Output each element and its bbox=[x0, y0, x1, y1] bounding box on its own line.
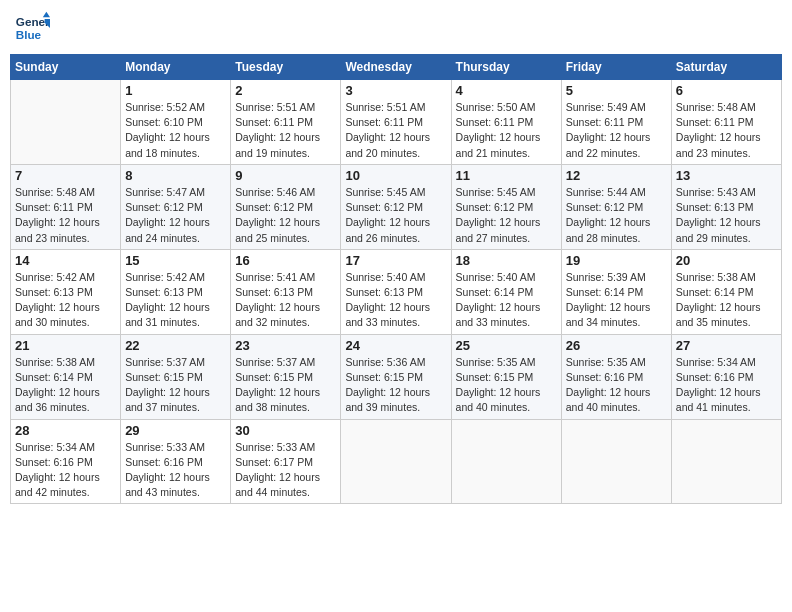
day-header-sunday: Sunday bbox=[11, 55, 121, 80]
day-info: Sunrise: 5:44 AM Sunset: 6:12 PM Dayligh… bbox=[566, 185, 667, 246]
logo-icon: General Blue bbox=[14, 10, 50, 46]
calendar-week-2: 7Sunrise: 5:48 AM Sunset: 6:11 PM Daylig… bbox=[11, 164, 782, 249]
day-number: 15 bbox=[125, 253, 226, 268]
calendar-cell: 20Sunrise: 5:38 AM Sunset: 6:14 PM Dayli… bbox=[671, 249, 781, 334]
calendar-cell: 4Sunrise: 5:50 AM Sunset: 6:11 PM Daylig… bbox=[451, 80, 561, 165]
calendar-cell: 26Sunrise: 5:35 AM Sunset: 6:16 PM Dayli… bbox=[561, 334, 671, 419]
day-info: Sunrise: 5:35 AM Sunset: 6:15 PM Dayligh… bbox=[456, 355, 557, 416]
day-info: Sunrise: 5:51 AM Sunset: 6:11 PM Dayligh… bbox=[345, 100, 446, 161]
calendar-cell: 11Sunrise: 5:45 AM Sunset: 6:12 PM Dayli… bbox=[451, 164, 561, 249]
calendar-cell: 6Sunrise: 5:48 AM Sunset: 6:11 PM Daylig… bbox=[671, 80, 781, 165]
day-info: Sunrise: 5:34 AM Sunset: 6:16 PM Dayligh… bbox=[15, 440, 116, 501]
calendar-cell: 21Sunrise: 5:38 AM Sunset: 6:14 PM Dayli… bbox=[11, 334, 121, 419]
day-header-friday: Friday bbox=[561, 55, 671, 80]
calendar-cell: 7Sunrise: 5:48 AM Sunset: 6:11 PM Daylig… bbox=[11, 164, 121, 249]
calendar-week-3: 14Sunrise: 5:42 AM Sunset: 6:13 PM Dayli… bbox=[11, 249, 782, 334]
day-info: Sunrise: 5:42 AM Sunset: 6:13 PM Dayligh… bbox=[15, 270, 116, 331]
calendar-table: SundayMondayTuesdayWednesdayThursdayFrid… bbox=[10, 54, 782, 504]
calendar-cell bbox=[561, 419, 671, 504]
day-number: 23 bbox=[235, 338, 336, 353]
day-number: 24 bbox=[345, 338, 446, 353]
calendar-cell: 9Sunrise: 5:46 AM Sunset: 6:12 PM Daylig… bbox=[231, 164, 341, 249]
day-info: Sunrise: 5:33 AM Sunset: 6:17 PM Dayligh… bbox=[235, 440, 336, 501]
day-info: Sunrise: 5:40 AM Sunset: 6:14 PM Dayligh… bbox=[456, 270, 557, 331]
day-number: 5 bbox=[566, 83, 667, 98]
day-info: Sunrise: 5:33 AM Sunset: 6:16 PM Dayligh… bbox=[125, 440, 226, 501]
day-info: Sunrise: 5:38 AM Sunset: 6:14 PM Dayligh… bbox=[676, 270, 777, 331]
calendar-cell: 18Sunrise: 5:40 AM Sunset: 6:14 PM Dayli… bbox=[451, 249, 561, 334]
calendar-cell: 8Sunrise: 5:47 AM Sunset: 6:12 PM Daylig… bbox=[121, 164, 231, 249]
day-number: 22 bbox=[125, 338, 226, 353]
day-info: Sunrise: 5:34 AM Sunset: 6:16 PM Dayligh… bbox=[676, 355, 777, 416]
logo: General Blue bbox=[14, 10, 50, 46]
calendar-cell: 1Sunrise: 5:52 AM Sunset: 6:10 PM Daylig… bbox=[121, 80, 231, 165]
calendar-cell: 2Sunrise: 5:51 AM Sunset: 6:11 PM Daylig… bbox=[231, 80, 341, 165]
calendar-cell: 25Sunrise: 5:35 AM Sunset: 6:15 PM Dayli… bbox=[451, 334, 561, 419]
day-number: 20 bbox=[676, 253, 777, 268]
day-info: Sunrise: 5:45 AM Sunset: 6:12 PM Dayligh… bbox=[456, 185, 557, 246]
page-header: General Blue bbox=[10, 10, 782, 46]
calendar-cell: 15Sunrise: 5:42 AM Sunset: 6:13 PM Dayli… bbox=[121, 249, 231, 334]
calendar-cell: 17Sunrise: 5:40 AM Sunset: 6:13 PM Dayli… bbox=[341, 249, 451, 334]
day-info: Sunrise: 5:40 AM Sunset: 6:13 PM Dayligh… bbox=[345, 270, 446, 331]
day-number: 25 bbox=[456, 338, 557, 353]
calendar-week-1: 1Sunrise: 5:52 AM Sunset: 6:10 PM Daylig… bbox=[11, 80, 782, 165]
day-number: 8 bbox=[125, 168, 226, 183]
calendar-cell: 22Sunrise: 5:37 AM Sunset: 6:15 PM Dayli… bbox=[121, 334, 231, 419]
day-info: Sunrise: 5:37 AM Sunset: 6:15 PM Dayligh… bbox=[235, 355, 336, 416]
day-number: 17 bbox=[345, 253, 446, 268]
day-number: 18 bbox=[456, 253, 557, 268]
day-info: Sunrise: 5:36 AM Sunset: 6:15 PM Dayligh… bbox=[345, 355, 446, 416]
day-info: Sunrise: 5:47 AM Sunset: 6:12 PM Dayligh… bbox=[125, 185, 226, 246]
calendar-cell: 24Sunrise: 5:36 AM Sunset: 6:15 PM Dayli… bbox=[341, 334, 451, 419]
calendar-cell: 12Sunrise: 5:44 AM Sunset: 6:12 PM Dayli… bbox=[561, 164, 671, 249]
day-info: Sunrise: 5:45 AM Sunset: 6:12 PM Dayligh… bbox=[345, 185, 446, 246]
day-info: Sunrise: 5:48 AM Sunset: 6:11 PM Dayligh… bbox=[15, 185, 116, 246]
calendar-cell: 5Sunrise: 5:49 AM Sunset: 6:11 PM Daylig… bbox=[561, 80, 671, 165]
day-number: 13 bbox=[676, 168, 777, 183]
calendar-cell bbox=[341, 419, 451, 504]
calendar-week-5: 28Sunrise: 5:34 AM Sunset: 6:16 PM Dayli… bbox=[11, 419, 782, 504]
day-header-saturday: Saturday bbox=[671, 55, 781, 80]
day-info: Sunrise: 5:42 AM Sunset: 6:13 PM Dayligh… bbox=[125, 270, 226, 331]
calendar-cell: 10Sunrise: 5:45 AM Sunset: 6:12 PM Dayli… bbox=[341, 164, 451, 249]
day-header-thursday: Thursday bbox=[451, 55, 561, 80]
calendar-cell bbox=[451, 419, 561, 504]
day-info: Sunrise: 5:39 AM Sunset: 6:14 PM Dayligh… bbox=[566, 270, 667, 331]
day-number: 26 bbox=[566, 338, 667, 353]
day-info: Sunrise: 5:37 AM Sunset: 6:15 PM Dayligh… bbox=[125, 355, 226, 416]
day-info: Sunrise: 5:50 AM Sunset: 6:11 PM Dayligh… bbox=[456, 100, 557, 161]
day-info: Sunrise: 5:49 AM Sunset: 6:11 PM Dayligh… bbox=[566, 100, 667, 161]
calendar-cell: 3Sunrise: 5:51 AM Sunset: 6:11 PM Daylig… bbox=[341, 80, 451, 165]
calendar-header-row: SundayMondayTuesdayWednesdayThursdayFrid… bbox=[11, 55, 782, 80]
calendar-cell: 16Sunrise: 5:41 AM Sunset: 6:13 PM Dayli… bbox=[231, 249, 341, 334]
day-header-monday: Monday bbox=[121, 55, 231, 80]
day-number: 30 bbox=[235, 423, 336, 438]
calendar-cell: 27Sunrise: 5:34 AM Sunset: 6:16 PM Dayli… bbox=[671, 334, 781, 419]
day-number: 16 bbox=[235, 253, 336, 268]
day-number: 21 bbox=[15, 338, 116, 353]
calendar-cell bbox=[671, 419, 781, 504]
day-number: 2 bbox=[235, 83, 336, 98]
calendar-cell: 14Sunrise: 5:42 AM Sunset: 6:13 PM Dayli… bbox=[11, 249, 121, 334]
day-number: 6 bbox=[676, 83, 777, 98]
day-info: Sunrise: 5:48 AM Sunset: 6:11 PM Dayligh… bbox=[676, 100, 777, 161]
svg-text:Blue: Blue bbox=[16, 28, 42, 41]
calendar-cell bbox=[11, 80, 121, 165]
day-info: Sunrise: 5:43 AM Sunset: 6:13 PM Dayligh… bbox=[676, 185, 777, 246]
day-number: 28 bbox=[15, 423, 116, 438]
calendar-cell: 23Sunrise: 5:37 AM Sunset: 6:15 PM Dayli… bbox=[231, 334, 341, 419]
day-number: 4 bbox=[456, 83, 557, 98]
day-info: Sunrise: 5:35 AM Sunset: 6:16 PM Dayligh… bbox=[566, 355, 667, 416]
day-number: 10 bbox=[345, 168, 446, 183]
calendar-cell: 30Sunrise: 5:33 AM Sunset: 6:17 PM Dayli… bbox=[231, 419, 341, 504]
day-header-tuesday: Tuesday bbox=[231, 55, 341, 80]
calendar-cell: 19Sunrise: 5:39 AM Sunset: 6:14 PM Dayli… bbox=[561, 249, 671, 334]
day-info: Sunrise: 5:38 AM Sunset: 6:14 PM Dayligh… bbox=[15, 355, 116, 416]
day-number: 7 bbox=[15, 168, 116, 183]
calendar-cell: 29Sunrise: 5:33 AM Sunset: 6:16 PM Dayli… bbox=[121, 419, 231, 504]
day-number: 1 bbox=[125, 83, 226, 98]
day-info: Sunrise: 5:46 AM Sunset: 6:12 PM Dayligh… bbox=[235, 185, 336, 246]
day-number: 29 bbox=[125, 423, 226, 438]
calendar-cell: 28Sunrise: 5:34 AM Sunset: 6:16 PM Dayli… bbox=[11, 419, 121, 504]
